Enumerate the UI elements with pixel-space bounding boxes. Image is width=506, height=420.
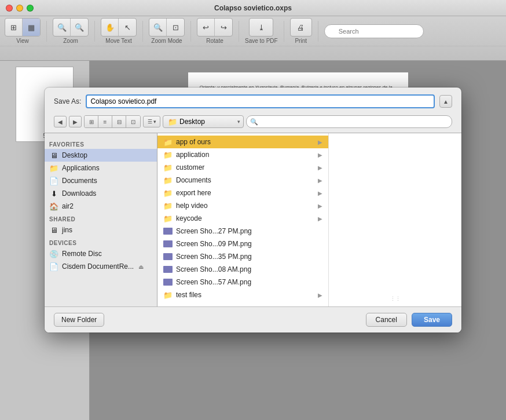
browser-area: FAVORITES 🖥 Desktop 📁 Applications 📄 Doc… (45, 133, 461, 306)
app-background: Colapso sovietico.oxps ⊞ ▦ View 🔍 🔍 (0, 0, 506, 420)
saveas-label: Save As: (54, 97, 81, 105)
sidebar-item-remote-disc[interactable]: 💿 Remote Disc (45, 247, 157, 260)
view-buttons: ⊞ ≡ ⊟ ⊡ (84, 115, 141, 128)
file-item-screen2[interactable]: Screen Sho...09 PM.png (157, 238, 328, 250)
coverflow-view-btn[interactable]: ⊡ (126, 116, 140, 127)
file-item-documents[interactable]: 📁 Documents ▶ (157, 174, 328, 187)
sidebar-item-label: Applications (62, 164, 100, 172)
file-name: Screen Sho...08 AM.png (176, 265, 322, 273)
documents-icon: 📄 (49, 176, 58, 185)
new-folder-button[interactable]: New Folder (54, 313, 104, 327)
image-icon (163, 239, 173, 249)
list-view-btn[interactable]: ≡ (98, 116, 112, 127)
file-item-screen3[interactable]: Screen Sho...35 PM.png (157, 250, 328, 263)
arrow-icon: ▶ (318, 152, 322, 158)
folder-icon-green: 📁 (163, 163, 173, 172)
file-item-screen5[interactable]: Screen Sho...57 AM.png (157, 276, 328, 288)
filename-input[interactable] (86, 94, 435, 108)
air2-icon: 🏠 (49, 202, 58, 211)
file-name: export here (176, 189, 314, 197)
image-icon (163, 277, 173, 287)
sidebar-item-label: Desktop (62, 151, 87, 159)
icon-view-btn[interactable]: ⊞ (85, 116, 98, 127)
image-icon (163, 227, 173, 236)
arrow-icon: ▶ (318, 203, 322, 209)
sidebar-item-desktop[interactable]: 🖥 Desktop (45, 149, 157, 162)
file-name: customer (176, 163, 314, 171)
dialog-search-input[interactable] (246, 115, 452, 128)
file-item-help-video[interactable]: 📁 help video ▶ (157, 199, 328, 212)
file-name: Screen Sho...57 AM.png (176, 278, 322, 286)
sidebar-item-label: air2 (62, 202, 74, 210)
sidebar-item-label: Downloads (62, 189, 96, 198)
sidebar-item-downloads[interactable]: ⬇ Downloads (45, 187, 157, 200)
downloads-icon: ⬇ (49, 189, 58, 198)
sidebar-item-air2[interactable]: 🏠 air2 (45, 200, 157, 213)
back-button[interactable]: ◀ (54, 116, 67, 127)
eject-icon[interactable]: ⏏ (138, 264, 144, 270)
jins-icon: 🖥 (49, 225, 58, 235)
folder-icon-yellow: 📁 (163, 137, 173, 147)
arrow-icon: ▶ (318, 190, 322, 196)
file-name: Screen Sho...35 PM.png (176, 253, 322, 261)
desktop-icon: 🖥 (49, 151, 58, 160)
file-item-screen4[interactable]: Screen Sho...08 AM.png (157, 263, 328, 276)
shared-label: SHARED (45, 213, 157, 224)
forward-button[interactable]: ▶ (69, 116, 82, 127)
dialog-actions: Cancel Save (366, 313, 452, 327)
arrange-button[interactable]: ☰ ▾ (143, 116, 160, 127)
sidebar-item-label: jins (62, 226, 72, 234)
folder-icon-red: 📁 (163, 188, 173, 198)
sidebar-panel: FAVORITES 🖥 Desktop 📁 Applications 📄 Doc… (45, 133, 157, 306)
folder-icon-blue: 📁 (163, 176, 173, 185)
file-name: keycode (176, 214, 314, 222)
resize-hint: ⋮⋮ (390, 296, 401, 302)
arrange-icon: ☰ (148, 119, 152, 125)
nav-toolbar: ◀ ▶ ⊞ ≡ ⊟ ⊡ ☰ ▾ 📁 Desktop ▾ (45, 113, 461, 133)
file-name: Screen Sho...09 PM.png (176, 240, 322, 248)
file-item-export-here[interactable]: 📁 export here ▶ (157, 187, 328, 199)
file-name: help video (176, 202, 314, 210)
favorites-label: FAVORITES (45, 138, 157, 149)
arrow-icon: ▶ (318, 139, 322, 145)
dialog-bottom: New Folder Cancel Save (45, 306, 461, 333)
file-name: app of ours (176, 138, 314, 146)
sidebar-item-label: Cisdem DocumentRe... (62, 262, 134, 271)
sidebar-item-applications[interactable]: 📁 Applications (45, 162, 157, 174)
file-item-screen1[interactable]: Screen Sho...27 PM.png (157, 225, 328, 238)
sidebar-item-cisdem[interactable]: 📄 Cisdem DocumentRe... ⏏ (45, 260, 157, 273)
file-item-keycode[interactable]: 📁 keycode ▶ (157, 212, 328, 225)
save-dialog: Save As: ▲ ◀ ▶ ⊞ ≡ ⊟ ⊡ ☰ ▾ (45, 87, 461, 333)
file-name: Documents (176, 176, 314, 184)
sidebar-item-label: Remote Disc (62, 250, 102, 258)
arrow-icon: ▶ (318, 165, 322, 171)
sidebar-item-documents[interactable]: 📄 Documents (45, 174, 157, 187)
arrow-icon: ▶ (318, 177, 322, 184)
sidebar-item-jins[interactable]: 🖥 jins (45, 224, 157, 236)
folder-icon-blue: 📁 (163, 201, 173, 210)
column-view-btn[interactable]: ⊟ (112, 116, 126, 127)
saveas-row: Save As: ▲ (45, 87, 461, 113)
file-list: 📁 app of ours ▶ 📁 application ▶ 📁 custom… (157, 133, 328, 304)
file-item-application[interactable]: 📁 application ▶ (157, 148, 328, 161)
image-icon (163, 252, 173, 261)
sidebar-item-label: Documents (62, 177, 97, 185)
location-display[interactable]: 📁 Desktop (163, 115, 244, 128)
arrow-icon: ▶ (318, 216, 322, 222)
location-wrap: 📁 Desktop ▾ (163, 115, 244, 128)
file-item-test-files[interactable]: 📁 test files ▶ (157, 288, 328, 301)
arrange-chevron: ▾ (153, 119, 156, 125)
cancel-button[interactable]: Cancel (366, 313, 407, 327)
save-button[interactable]: Save (412, 313, 452, 327)
detail-panel: ⋮⋮ (328, 133, 461, 306)
file-name: Screen Sho...27 PM.png (176, 227, 322, 235)
main-panel: 📁 app of ours ▶ 📁 application ▶ 📁 custom… (157, 133, 328, 306)
location-text: Desktop (179, 118, 205, 126)
file-item-app-of-ours[interactable]: 📁 app of ours ▶ (157, 136, 328, 148)
expand-button[interactable]: ▲ (439, 95, 452, 108)
location-folder-icon: 📁 (168, 118, 177, 126)
file-item-customer[interactable]: 📁 customer ▶ (157, 161, 328, 174)
file-name: test files (176, 291, 314, 299)
arrow-icon: ▶ (318, 292, 322, 298)
cisdem-icon: 📄 (49, 262, 58, 271)
